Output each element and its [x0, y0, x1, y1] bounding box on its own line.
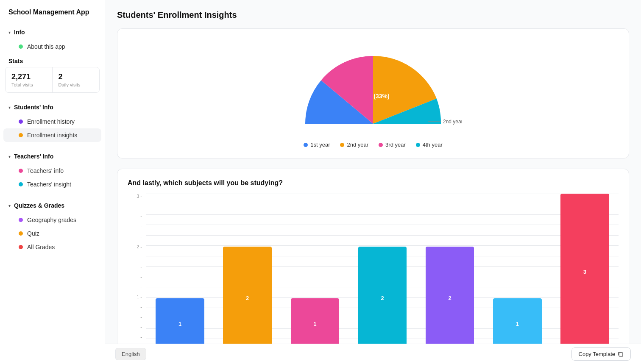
- sidebar-item-enrollment-history[interactable]: Enrollment history: [3, 115, 101, 128]
- bar-col-maths: 1: [146, 194, 214, 350]
- stat-total-sub: Total visits: [11, 82, 46, 87]
- legend-dot-2nd: [340, 143, 344, 147]
- legend-3rd-year: 3rd year: [379, 142, 406, 148]
- y-label-dash8: -: [140, 284, 142, 289]
- legend-label-4th: 4th year: [423, 142, 443, 148]
- legend-dot-1st: [304, 143, 308, 147]
- main-content: Students' Enrollment Insights: [105, 0, 641, 364]
- language-selector[interactable]: English: [115, 348, 146, 360]
- bar-value-maths: 1: [178, 321, 181, 327]
- stats-label: Stats: [0, 53, 105, 67]
- sidebar-item-label-geography-grades: Geography grades: [27, 217, 76, 223]
- sidebar-item-about[interactable]: About this app: [3, 40, 101, 53]
- bar-sciences: 1: [291, 298, 340, 350]
- section-header-students[interactable]: ▾ Students' Info: [0, 100, 105, 115]
- y-label-dash10: -: [140, 314, 142, 320]
- bar-value-geography: 2: [449, 295, 451, 301]
- pie-chart-container: (33%) 2nd year 1st year 2nd year: [128, 39, 619, 148]
- pie-callout-text: 2nd year: [443, 119, 462, 125]
- section-label-quizzes: Quizzes & Grades: [14, 202, 64, 209]
- section-header-info[interactable]: ▾ Info: [0, 25, 105, 40]
- legend-label-1st: 1st year: [310, 142, 330, 148]
- sidebar: School Management App ▾ Info About this …: [0, 0, 105, 364]
- bar-geography: 2: [426, 247, 474, 350]
- copy-template-button[interactable]: Copy Template: [571, 347, 631, 361]
- section-header-quizzes[interactable]: ▾ Quizzes & Grades: [0, 198, 105, 213]
- dot-icon-geography-grades: [19, 218, 23, 222]
- chevron-icon-teachers: ▾: [8, 154, 11, 159]
- bar-maths: 1: [156, 298, 204, 350]
- chart-inner: 1 2 1: [146, 194, 619, 350]
- y-label-dash12: -: [140, 334, 142, 339]
- sidebar-item-geography-grades[interactable]: Geography grades: [3, 213, 101, 227]
- sidebar-item-label-all-grades: All Grades: [27, 244, 55, 250]
- dot-icon-enrollment-history: [19, 119, 23, 124]
- footer-bar: English Copy Template: [105, 344, 641, 364]
- stat-total-value: 2,271: [11, 72, 46, 81]
- dot-icon-teachers-insight: [19, 182, 23, 186]
- bar-english: 2: [223, 247, 272, 350]
- bar-value-history: 2: [381, 295, 384, 301]
- section-label-info: Info: [14, 29, 25, 36]
- dot-icon-enrollment-insights: [19, 133, 23, 137]
- bar-history: 2: [358, 247, 407, 350]
- sidebar-item-label-teachers-insight: Teachers' insight: [27, 181, 71, 188]
- legend-2nd-year: 2nd year: [340, 142, 368, 148]
- sidebar-item-quiz[interactable]: Quiz: [3, 227, 101, 240]
- copy-template-label: Copy Template: [579, 351, 615, 357]
- sidebar-item-label-teachers-info: Teachers' info: [27, 167, 64, 174]
- sidebar-item-enrollment-insights[interactable]: Enrollment insights: [3, 128, 101, 142]
- pie-label-33: (33%): [373, 93, 389, 100]
- bar-value-french: 3: [583, 269, 586, 275]
- y-label-dash5: -: [140, 254, 142, 259]
- y-label-2: 2 -: [137, 244, 142, 249]
- bar-value-sciences: 1: [313, 321, 316, 327]
- svg-rect-0: [619, 353, 623, 356]
- bar-chart-area: 3 - - - - - 2 - - - - - 1 - - - - - 0 -: [128, 194, 619, 363]
- stat-daily-visits: 2 Daily visits: [53, 67, 100, 92]
- y-label-dash9: -: [140, 304, 142, 309]
- bar-col-english: 2: [214, 194, 281, 350]
- chevron-icon-info: ▾: [8, 30, 11, 35]
- dot-icon-all-grades: [19, 245, 23, 249]
- bar-value-english: 2: [246, 295, 249, 301]
- dot-icon-teachers-info: [19, 169, 23, 173]
- sidebar-item-all-grades[interactable]: All Grades: [3, 240, 101, 254]
- y-label-dash6: -: [140, 264, 142, 269]
- legend-dot-3rd: [379, 143, 383, 147]
- y-label-3: 3 -: [137, 194, 142, 199]
- sidebar-item-label-enrollment-insights: Enrollment insights: [27, 132, 77, 139]
- legend-1st-year: 1st year: [304, 142, 330, 148]
- y-label-dash7: -: [140, 274, 142, 279]
- bar-chart-card: And lastly, which subjects will you be s…: [117, 169, 629, 364]
- bar-value-spanish: 1: [516, 321, 519, 327]
- stat-daily-value: 2: [59, 72, 94, 81]
- stat-daily-sub: Daily visits: [59, 82, 94, 87]
- legend-dot-4th: [416, 143, 420, 147]
- page-title: Students' Enrollment Insights: [117, 10, 629, 20]
- app-title: School Management App: [0, 8, 105, 25]
- stats-grid: 2,271 Total visits 2 Daily visits: [5, 67, 100, 93]
- copy-icon: [618, 351, 624, 357]
- sidebar-item-teachers-insight[interactable]: Teachers' insight: [3, 178, 101, 191]
- y-label-dash2: -: [140, 214, 142, 219]
- pie-chart-svg-wrap: (33%) 2nd year: [284, 39, 462, 136]
- bars-container: 1 2 1: [146, 194, 619, 350]
- legend-label-2nd: 2nd year: [347, 142, 368, 148]
- dot-icon-about: [19, 44, 23, 49]
- y-axis: 3 - - - - - 2 - - - - - 1 - - - - - 0 -: [128, 194, 145, 350]
- legend-4th-year: 4th year: [416, 142, 443, 148]
- pie-chart-svg: (33%) 2nd year: [284, 39, 462, 132]
- dot-icon-quiz: [19, 231, 23, 236]
- pie-legend: 1st year 2nd year 3rd year 4th year: [304, 142, 443, 148]
- y-label-1: 1 -: [137, 294, 142, 299]
- section-header-teachers[interactable]: ▾ Teachers' Info: [0, 149, 105, 164]
- bar-col-french: 3: [551, 194, 619, 350]
- sidebar-item-teachers-info[interactable]: Teachers' info: [3, 164, 101, 178]
- y-label-dash3: -: [140, 224, 142, 229]
- pie-chart-card: (33%) 2nd year 1st year 2nd year: [117, 28, 629, 158]
- legend-label-3rd: 3rd year: [385, 142, 406, 148]
- bar-spanish: 1: [493, 298, 542, 350]
- sidebar-item-label-enrollment-history: Enrollment history: [27, 118, 75, 125]
- sidebar-item-label-about: About this app: [27, 43, 65, 50]
